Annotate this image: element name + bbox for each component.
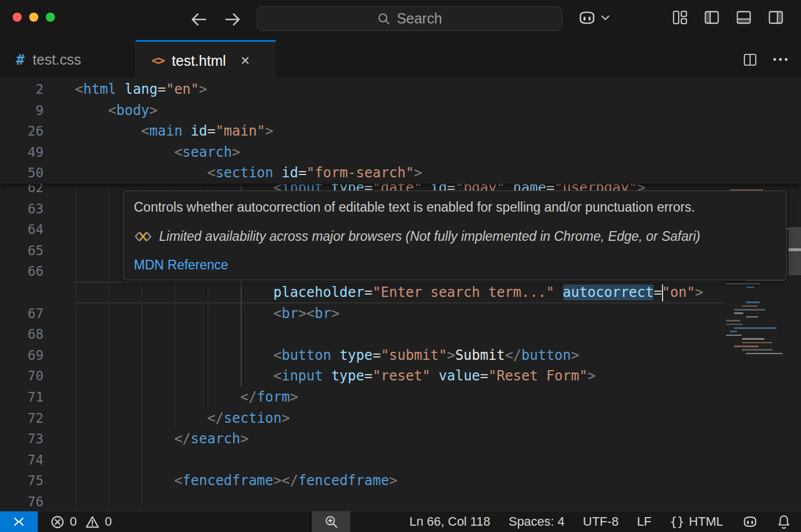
code-text: </search>: [174, 428, 248, 450]
code-token: >: [265, 123, 273, 139]
code-line[interactable]: 68: [0, 324, 801, 345]
line-number[interactable]: 71: [0, 387, 43, 408]
minimize-window-button[interactable]: [29, 13, 38, 22]
problems-indicator[interactable]: 0 0: [50, 511, 112, 532]
code-line[interactable]: 69<button type="submit">Submit</button>: [0, 345, 801, 366]
notifications-bell-button[interactable]: [777, 514, 791, 529]
code-line[interactable]: 50<section id="form-search">: [0, 162, 801, 184]
code-text: <body>: [108, 100, 158, 121]
sticky-scroll[interactable]: 2<html lang="en">9<body>26<main id="main…: [0, 79, 801, 184]
line-number[interactable]: 73: [0, 428, 43, 450]
code-token: type: [331, 368, 364, 384]
remote-indicator[interactable]: [0, 511, 38, 532]
code-text: <button type="submit">Submit</button>: [273, 345, 580, 366]
code-line[interactable]: 73</search>: [0, 428, 801, 450]
code-token: </: [281, 473, 298, 489]
line-number[interactable]: 26: [0, 121, 43, 142]
customize-layout-button[interactable]: [672, 10, 688, 25]
line-number[interactable]: 68: [0, 324, 43, 345]
code-line[interactable]: 26<main id="main">: [0, 121, 801, 142]
split-editor-button[interactable]: [743, 53, 758, 67]
line-number[interactable]: 70: [0, 366, 43, 387]
toggle-secondary-sidebar-button[interactable]: [768, 10, 784, 25]
code-text: </section>: [207, 408, 290, 429]
ellipsis-icon: [772, 57, 788, 62]
line-number[interactable]: 65: [0, 240, 43, 261]
code-token: main: [149, 123, 183, 139]
zoom-in-icon: [324, 514, 339, 529]
forward-button[interactable]: [223, 8, 243, 31]
maximize-window-button[interactable]: [46, 13, 55, 22]
copilot-status-button[interactable]: [741, 514, 759, 529]
editor-tabbar: # test.css <> test.html ×: [0, 40, 801, 79]
more-actions-button[interactable]: [772, 57, 788, 62]
hover-tooltip: Controls whether autocorrection of edita…: [123, 190, 787, 280]
code-line[interactable]: 49<search>: [0, 142, 801, 163]
code-token: >: [588, 368, 596, 384]
code-token: value: [439, 368, 480, 384]
code-line[interactable]: 75<fencedframe></fencedframe>: [0, 470, 801, 491]
line-number[interactable]: 66: [0, 261, 43, 282]
editor-actions: [743, 40, 788, 79]
zoom-status-button[interactable]: [312, 511, 350, 532]
tab-test-css[interactable]: # test.css: [0, 40, 136, 79]
line-number[interactable]: 72: [0, 408, 43, 429]
indentation-status[interactable]: Spaces: 4: [509, 514, 565, 529]
line-number[interactable]: 9: [0, 100, 43, 121]
close-window-button[interactable]: [13, 13, 22, 22]
baseline-limited-icon: [134, 231, 152, 243]
code-line[interactable]: 76: [0, 491, 801, 511]
error-icon: [50, 515, 65, 529]
code-token: =: [372, 347, 380, 363]
code-token: form: [257, 389, 290, 405]
vertical-scrollbar[interactable]: [788, 227, 801, 275]
code-token: "en": [166, 81, 199, 97]
code-line[interactable]: 9<body>: [0, 100, 801, 121]
tab-test-html[interactable]: <> test.html ×: [136, 40, 276, 80]
line-number[interactable]: 69: [0, 345, 43, 366]
code-line[interactable]: 67<br><br>: [0, 303, 801, 324]
line-number[interactable]: 64: [0, 219, 43, 240]
line-number[interactable]: 50: [0, 162, 43, 184]
command-center-search[interactable]: Search: [257, 6, 562, 31]
cursor-position-status[interactable]: Ln 66, Col 118: [409, 514, 490, 529]
code-line[interactable]: 2<html lang="en">: [0, 79, 801, 100]
copilot-menu-button[interactable]: [577, 9, 610, 27]
toggle-primary-sidebar-button[interactable]: [704, 10, 720, 25]
encoding-status[interactable]: UTF-8: [583, 514, 618, 529]
line-number[interactable]: 67: [0, 303, 43, 324]
availability-text: Limited availability across major browse…: [159, 228, 700, 245]
minimap-line: [724, 335, 787, 338]
line-number[interactable]: 74: [0, 450, 43, 471]
line-number[interactable]: 75: [0, 470, 43, 491]
history-navigation: [189, 8, 243, 31]
code-line[interactable]: 71</form>: [0, 387, 801, 408]
code-line[interactable]: 70<input type="reset" value="Reset Form"…: [0, 366, 801, 387]
code-token: >: [273, 473, 281, 489]
minimap-line: [724, 186, 787, 189]
close-tab-icon[interactable]: ×: [241, 53, 250, 69]
line-number[interactable]: 76: [0, 491, 43, 511]
code-line[interactable]: 74: [0, 450, 801, 471]
mdn-reference-link[interactable]: MDN Reference: [134, 257, 228, 273]
back-button[interactable]: [189, 8, 208, 31]
code-line[interactable]: 72</section>: [0, 408, 801, 429]
code-token: </: [505, 347, 521, 363]
html-file-icon: <>: [152, 54, 164, 68]
line-number[interactable]: 63: [0, 198, 43, 220]
code-token: >: [290, 389, 298, 405]
bell-icon: [777, 514, 791, 529]
code-line[interactable]: placeholder="Enter search term..." autoc…: [0, 282, 801, 303]
line-number[interactable]: 2: [0, 79, 43, 100]
toggle-panel-button[interactable]: [736, 10, 752, 25]
code-editor[interactable]: 62<input type="date" id="bday" name="use…: [0, 79, 801, 511]
language-mode-status[interactable]: {} HTML: [670, 514, 723, 529]
eol-status[interactable]: LF: [637, 514, 652, 529]
sidebar-left-icon: [704, 10, 720, 25]
code-token: >: [447, 347, 455, 363]
code-token: >: [149, 102, 157, 118]
line-number[interactable]: 49: [0, 142, 43, 163]
titlebar: Search: [0, 0, 801, 40]
code-token: >: [571, 347, 579, 363]
code-token: >: [389, 473, 397, 489]
